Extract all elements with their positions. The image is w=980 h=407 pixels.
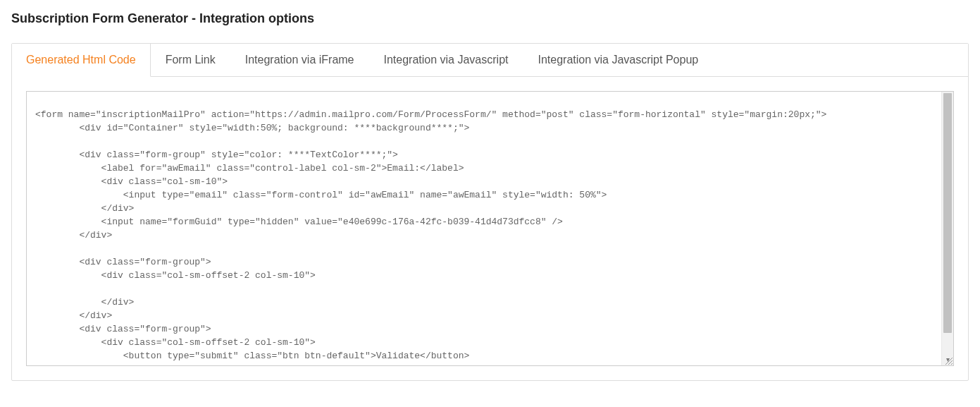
code-area-wrapper: <form name="inscriptionMailPro" action="… bbox=[26, 91, 954, 366]
svg-line-2 bbox=[951, 363, 953, 365]
tab-generated-html-code[interactable]: Generated Html Code bbox=[12, 44, 151, 77]
scrollbar-thumb[interactable] bbox=[943, 93, 952, 333]
resize-handle-icon[interactable] bbox=[944, 356, 953, 365]
integration-tabs-panel: Generated Html Code Form Link Integratio… bbox=[11, 43, 969, 381]
generated-code-textarea[interactable]: <form name="inscriptionMailPro" action="… bbox=[27, 101, 941, 366]
tabs-header: Generated Html Code Form Link Integratio… bbox=[12, 44, 968, 77]
tab-integration-javascript-popup[interactable]: Integration via Javascript Popup bbox=[523, 44, 713, 76]
scrollbar-vertical[interactable]: ▾ bbox=[941, 92, 953, 365]
page-title: Subscription Form Generator - Integratio… bbox=[11, 11, 969, 26]
tab-content: <form name="inscriptionMailPro" action="… bbox=[12, 77, 968, 380]
tab-integration-javascript[interactable]: Integration via Javascript bbox=[369, 44, 523, 76]
tab-integration-iframe[interactable]: Integration via iFrame bbox=[230, 44, 369, 76]
tab-form-link[interactable]: Form Link bbox=[151, 44, 230, 76]
